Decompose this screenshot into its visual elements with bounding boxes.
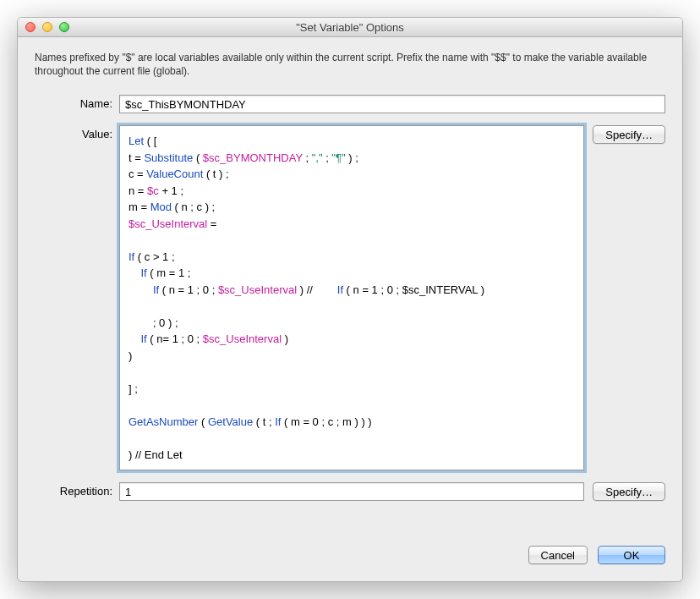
repetition-row: Repetition: Specify… <box>35 482 665 501</box>
traffic-lights <box>18 22 69 32</box>
name-field-wrap <box>119 95 665 113</box>
value-field-wrap: Let ( [ t = Substitute ( $sc_BYMONTHDAY … <box>119 125 665 470</box>
close-icon[interactable] <box>25 22 36 32</box>
description-text: Names prefixed by "$" are local variable… <box>35 51 665 78</box>
specify-repetition-button[interactable]: Specify… <box>593 482 665 501</box>
repetition-input[interactable] <box>119 482 584 501</box>
value-row: Value: Let ( [ t = Substitute ( $sc_BYMO… <box>35 125 665 470</box>
specify-value-wrap: Specify… <box>593 125 665 470</box>
dialog-window: "Set Variable" Options Names prefixed by… <box>17 17 683 582</box>
specify-value-button[interactable]: Specify… <box>593 125 665 144</box>
window-title: "Set Variable" Options <box>18 21 682 34</box>
title-bar: "Set Variable" Options <box>18 18 682 37</box>
name-input[interactable] <box>119 95 665 113</box>
name-label: Name: <box>35 95 119 110</box>
value-textarea[interactable]: Let ( [ t = Substitute ( $sc_BYMONTHDAY … <box>119 125 584 470</box>
value-label: Value: <box>35 125 119 140</box>
minimize-icon[interactable] <box>42 22 52 32</box>
dialog-content: Names prefixed by "$" are local variable… <box>18 37 682 581</box>
zoom-icon[interactable] <box>59 22 69 32</box>
repetition-field-wrap: Specify… <box>119 482 665 501</box>
name-row: Name: <box>35 95 665 113</box>
ok-button[interactable]: OK <box>598 546 665 564</box>
repetition-label: Repetition: <box>35 482 119 497</box>
dialog-button-row: Cancel OK <box>35 546 665 564</box>
specify-repetition-wrap: Specify… <box>593 482 665 501</box>
cancel-button[interactable]: Cancel <box>528 546 588 564</box>
